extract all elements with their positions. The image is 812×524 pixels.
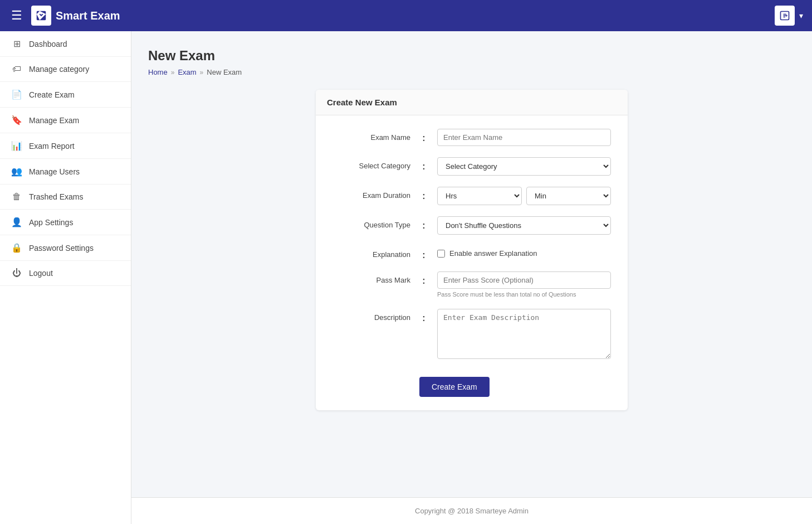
sidebar-item-label: Dashboard bbox=[29, 40, 67, 48]
card-body: Exam Name : Select Category : Select Cat… bbox=[316, 115, 628, 410]
exam-duration-label: Exam Duration bbox=[332, 187, 410, 200]
select-category-row: Select Category : Select Category bbox=[332, 157, 611, 176]
sep-question-type: : bbox=[419, 216, 428, 231]
hamburger-button[interactable]: ☰ bbox=[9, 6, 25, 25]
breadcrumb-home[interactable]: Home bbox=[148, 68, 168, 76]
sidebar-item-dashboard[interactable]: ⊞ Dashboard bbox=[0, 31, 131, 57]
sidebar-item-label: App Settings bbox=[29, 218, 73, 227]
select-category-dropdown[interactable]: Select Category bbox=[437, 157, 611, 176]
app-settings-icon: 👤 bbox=[11, 217, 22, 227]
sep-pass-mark: : bbox=[419, 271, 428, 286]
topbar-left: ☰ Smart Exam bbox=[9, 6, 120, 26]
breadcrumb: Home » Exam » New Exam bbox=[148, 68, 795, 76]
sidebar: ⊞ Dashboard 🏷 Manage category 📄 Create E… bbox=[0, 31, 131, 524]
sep-exam-name: : bbox=[419, 129, 428, 143]
create-exam-card: Create New Exam Exam Name : Select Categ… bbox=[316, 90, 628, 410]
logo-icon bbox=[31, 6, 51, 26]
sep-duration: : bbox=[419, 187, 428, 201]
footer: Copyright @ 2018 Smarteye Admin bbox=[131, 497, 812, 524]
question-type-row: Question Type : Don't Shuffle Questions … bbox=[332, 216, 611, 235]
pass-mark-row: Pass Mark : Pass Score must be less than… bbox=[332, 271, 611, 298]
sidebar-item-app-settings[interactable]: 👤 App Settings bbox=[0, 210, 131, 235]
submit-row: Create Exam bbox=[332, 372, 611, 397]
pass-mark-input[interactable] bbox=[437, 271, 611, 289]
sidebar-item-label: Manage category bbox=[29, 65, 89, 74]
footer-text: Copyright @ 2018 Smarteye Admin bbox=[415, 507, 529, 515]
sep-explanation: : bbox=[419, 246, 428, 260]
logo-link[interactable]: Smart Exam bbox=[31, 6, 120, 26]
question-type-wrap: Don't Shuffle Questions Shuffle Question… bbox=[437, 216, 611, 235]
explanation-checkbox-wrap: Enable answer Explanation bbox=[437, 246, 611, 258]
create-exam-icon: 📄 bbox=[11, 89, 22, 100]
explanation-checkbox[interactable] bbox=[437, 250, 445, 258]
breadcrumb-exam[interactable]: Exam bbox=[178, 68, 196, 76]
exam-name-row: Exam Name : bbox=[332, 129, 611, 146]
description-row: Description : bbox=[332, 309, 611, 361]
sidebar-item-label: Password Settings bbox=[29, 244, 94, 253]
explanation-checkbox-label[interactable]: Enable answer Explanation bbox=[449, 249, 537, 258]
sidebar-item-exam-report[interactable]: 📊 Exam Report bbox=[0, 133, 131, 159]
sidebar-item-manage-category[interactable]: 🏷 Manage category bbox=[0, 57, 131, 82]
sep-category: : bbox=[419, 157, 428, 172]
exam-report-icon: 📊 bbox=[11, 140, 22, 151]
sidebar-item-trashed-exams[interactable]: 🗑 Trashed Exams bbox=[0, 185, 131, 210]
description-wrap bbox=[437, 309, 611, 361]
exam-duration-wrap: Hrs 12345 Min 101520304560 bbox=[437, 187, 611, 205]
sidebar-item-label: Trashed Exams bbox=[29, 192, 84, 201]
layout: ⊞ Dashboard 🏷 Manage category 📄 Create E… bbox=[0, 31, 812, 524]
minutes-dropdown[interactable]: Min 101520304560 bbox=[526, 187, 611, 205]
explanation-label: Explanation bbox=[332, 246, 410, 259]
sidebar-item-label: Create Exam bbox=[29, 90, 75, 99]
select-category-wrap: Select Category bbox=[437, 157, 611, 176]
sep-description: : bbox=[419, 309, 428, 323]
description-textarea[interactable] bbox=[437, 309, 611, 359]
topbar-right: ▾ bbox=[775, 6, 803, 26]
exam-duration-row: Exam Duration : Hrs 12345 Min 1015203045… bbox=[332, 187, 611, 205]
sidebar-item-label: Manage Exam bbox=[29, 116, 79, 125]
question-type-label: Question Type bbox=[332, 216, 410, 229]
duration-selects: Hrs 12345 Min 101520304560 bbox=[437, 187, 611, 205]
hours-dropdown[interactable]: Hrs 12345 bbox=[437, 187, 522, 205]
sidebar-item-label: Logout bbox=[29, 269, 53, 278]
question-type-dropdown[interactable]: Don't Shuffle Questions Shuffle Question… bbox=[437, 216, 611, 235]
exam-name-wrap bbox=[437, 129, 611, 146]
dashboard-icon: ⊞ bbox=[11, 38, 22, 49]
main-content: New Exam Home » Exam » New Exam Create N… bbox=[131, 31, 812, 524]
explanation-row: Explanation : Enable answer Explanation bbox=[332, 246, 611, 260]
breadcrumb-sep-1: » bbox=[171, 69, 175, 76]
sidebar-item-create-exam[interactable]: 📄 Create Exam bbox=[0, 82, 131, 108]
sidebar-item-manage-users[interactable]: 👥 Manage Users bbox=[0, 159, 131, 185]
topbar: ☰ Smart Exam ▾ bbox=[0, 0, 812, 31]
sidebar-item-manage-exam[interactable]: 🔖 Manage Exam bbox=[0, 108, 131, 133]
select-category-label: Select Category bbox=[332, 157, 410, 170]
user-dropdown-arrow[interactable]: ▾ bbox=[799, 11, 803, 20]
pass-mark-label: Pass Mark bbox=[332, 271, 410, 284]
pass-mark-hint: Pass Score must be less than total no of… bbox=[437, 291, 611, 298]
manage-exam-icon: 🔖 bbox=[11, 115, 22, 125]
sidebar-item-logout[interactable]: ⏻ Logout bbox=[0, 261, 131, 286]
card-header: Create New Exam bbox=[316, 90, 628, 115]
description-label: Description bbox=[332, 309, 410, 322]
logo-text: Smart Exam bbox=[56, 9, 120, 22]
breadcrumb-current: New Exam bbox=[207, 68, 242, 76]
user-avatar-button[interactable] bbox=[775, 6, 795, 26]
exam-name-label: Exam Name bbox=[332, 129, 410, 142]
trash-icon: 🗑 bbox=[11, 192, 22, 202]
sidebar-item-label: Exam Report bbox=[29, 142, 75, 151]
category-icon: 🏷 bbox=[11, 64, 22, 74]
exam-name-input[interactable] bbox=[437, 129, 611, 146]
sidebar-item-password-settings[interactable]: 🔒 Password Settings bbox=[0, 235, 131, 261]
pass-mark-wrap: Pass Score must be less than total no of… bbox=[437, 271, 611, 298]
breadcrumb-sep-2: » bbox=[200, 69, 204, 76]
sidebar-item-label: Manage Users bbox=[29, 167, 80, 176]
logout-icon: ⏻ bbox=[11, 268, 22, 278]
manage-users-icon: 👥 bbox=[11, 166, 22, 177]
password-icon: 🔒 bbox=[11, 242, 22, 253]
explanation-wrap: Enable answer Explanation bbox=[437, 246, 611, 258]
page-title: New Exam bbox=[148, 48, 795, 64]
create-exam-button[interactable]: Create Exam bbox=[419, 377, 490, 397]
